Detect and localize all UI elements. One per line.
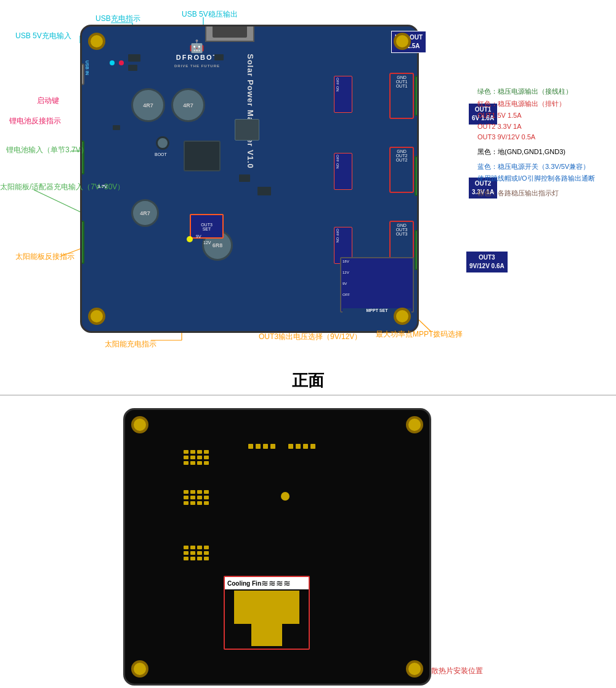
mount-hole-bl (88, 308, 105, 325)
ann-blue-2: 使用跳线帽或I/O引脚控制各路输出通断 (477, 173, 613, 184)
cooling-fin-text: Cooling Fin (227, 580, 261, 587)
front-title: 正面 (0, 370, 616, 391)
inductor-3: 4R7 (131, 199, 159, 227)
terminal-strip-1: GNDOUT1OUT1 (389, 73, 414, 119)
mppt-area: 18V 12V 9V OFF MPPT SET (340, 257, 414, 313)
usb-in-connector (82, 63, 84, 85)
solar-charge-label: 太阳能充电指示 (105, 339, 156, 350)
ann-green: 绿色：稳压电源输出（接线柱） (477, 86, 613, 97)
usb-out-inner (213, 27, 247, 38)
solar-input-label: 太阳能板/适配器充电输入（7V~30V） (0, 182, 124, 192)
usb-5v-output-label: USB 5V稳压输出 (182, 9, 238, 20)
board-name-text: Solar Power Manager V1.0 (246, 54, 255, 169)
out3-voltage-label: OUT3输出电压选择（9V/12V） (259, 332, 362, 342)
main-chip (184, 141, 221, 171)
start-key-label: 启动键 (37, 96, 59, 106)
section-divider (0, 395, 616, 396)
ann-black: 黑色：地(GND,GND1,GND3) (477, 147, 613, 158)
back-mount-hole-bl (131, 660, 148, 678)
dfrobot-name: DFROBOT (176, 54, 218, 61)
ann-out3: OUT3 9V/12V 0.5A (477, 132, 613, 143)
solar-reverse-label: 太阳能板反接指示 (15, 252, 75, 262)
page-container: 🤖 DFROBOT DRIVE THE FUTURE Solar Power M… (0, 0, 616, 688)
ann-out1: OUT1 5V 1.5A (477, 110, 613, 121)
front-section: 🤖 DFROBOT DRIVE THE FUTURE Solar Power M… (0, 6, 616, 364)
inductor-1: 4R7 (131, 88, 165, 122)
svg-line-9 (34, 190, 82, 213)
ann-out2: OUT2 3.3V 1A (477, 121, 613, 133)
back-mount-hole-br (406, 660, 423, 678)
usb-5v-input-label: USB 5V充电输入 (15, 31, 71, 41)
mppt-select-label: 最大功率点MPPT拨码选择 (376, 329, 463, 340)
boot-button[interactable]: BOOT (156, 136, 169, 150)
terminal-strip-2: GNDOUT2OUT2 (389, 147, 414, 193)
out3-spec-label: OUT39V/12V 0.6A (469, 254, 505, 269)
out3-set-label: OUT3SET (191, 215, 222, 231)
solar-connector: SOLAR IN (82, 221, 84, 264)
back-mount-hole-tl (131, 416, 148, 433)
cooling-notch-left (234, 624, 251, 647)
battery-reverse-label: 锂电池反接指示 (9, 116, 61, 126)
ann-brown: 棕色：各路稳压输出指示灯 (477, 188, 613, 199)
right-annotations-panel: 绿色：稳压电源输出（接线柱） 红色：稳压电源输出（排针） OUT1 5V 1.5… (477, 86, 613, 199)
out3-connector: +- (415, 230, 417, 270)
out3-set-box: OUT3SET (190, 214, 224, 239)
cooling-fin-symbol: ≋≋≋≋ (261, 578, 291, 588)
dfrobot-tagline: DRIVE THE FUTURE (174, 64, 220, 68)
cooling-notch-right (282, 624, 299, 647)
svg-line-17 (450, 176, 468, 188)
dfrobot-icon: 🤖 (174, 39, 220, 54)
back-mount-hole-tr (406, 416, 423, 433)
mount-hole-br (394, 308, 411, 325)
ann-blue-1: 蓝色：稳压电源开关（3.3V/5V兼容） (477, 162, 613, 173)
cooling-fin-label-box: Cooling Fin ≋≋≋≋ (225, 577, 309, 589)
mount-hole-tl (88, 33, 105, 50)
dfrobot-logo: 🤖 DFROBOT DRIVE THE FUTURE (174, 39, 220, 68)
cooling-fin-box: Cooling Fin ≋≋≋≋ (224, 576, 310, 650)
inductor-2: 4R7 (171, 88, 205, 122)
ann-red: 红色：稳压电源输出（排针） (477, 99, 613, 110)
mount-hole-tr (394, 33, 411, 50)
out2-connector: +- (415, 156, 417, 196)
back-section: Cooling Fin ≋≋≋≋ 散热片安装位置 (0, 402, 616, 688)
board-front-inner: 🤖 DFROBOT DRIVE THE FUTURE Solar Power M… (82, 27, 417, 331)
board-back: Cooling Fin ≋≋≋≋ (123, 408, 431, 686)
heatsink-label: 散热片安装位置 (431, 666, 483, 676)
battery-input-label: 锂电池输入（单节3.7V） (6, 145, 88, 155)
out1-connector: +- (415, 76, 417, 116)
svg-line-16 (450, 102, 468, 114)
usb-charge-indicator-label: USB充电指示 (95, 14, 140, 24)
board-front: 🤖 DFROBOT DRIVE THE FUTURE Solar Power M… (80, 25, 419, 333)
